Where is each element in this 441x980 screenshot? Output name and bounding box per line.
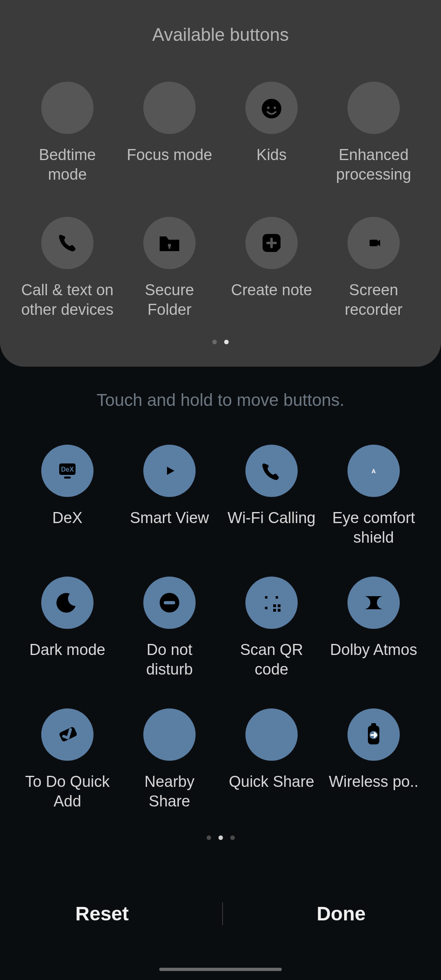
- tile-quick-share[interactable]: Quick Share: [220, 708, 323, 811]
- available-buttons-panel: Available buttons Bedtime mode Focus mod…: [0, 0, 441, 367]
- tile-label: DeX: [52, 508, 82, 528]
- panel-title: Available buttons: [12, 24, 429, 45]
- pager-dot-active[interactable]: [218, 835, 223, 840]
- tile-create-note[interactable]: Create note: [220, 217, 323, 319]
- target-icon: [143, 82, 196, 134]
- tile-call-text-other-devices[interactable]: Call & text on other devices: [16, 217, 118, 319]
- move-hint: Touch and hold to move buttons.: [0, 390, 441, 410]
- gesture-bar[interactable]: [159, 968, 282, 971]
- phone-sync-icon: [41, 217, 94, 269]
- footer-actions: Reset Done: [0, 894, 441, 933]
- tile-screen-recorder[interactable]: Screen recorder: [323, 217, 425, 319]
- active-buttons-panel: DeX Smart View Wi-Fi Calling Eye comfort…: [0, 445, 441, 840]
- active-pager: [12, 835, 429, 840]
- tile-label: Bedtime mode: [20, 145, 114, 184]
- tile-scan-qr-code[interactable]: Scan QR code: [220, 577, 323, 679]
- active-grid: DeX Smart View Wi-Fi Calling Eye comfort…: [12, 445, 429, 811]
- tile-label: Dolby Atmos: [330, 640, 417, 660]
- done-button[interactable]: Done: [292, 894, 390, 933]
- tile-do-not-disturb[interactable]: Do not disturb: [118, 577, 220, 679]
- tile-focus-mode[interactable]: Focus mode: [118, 82, 220, 184]
- tile-label: Do not disturb: [122, 640, 216, 679]
- dnd-icon: [143, 577, 196, 629]
- tile-todo-quick-add[interactable]: To Do Quick Add: [16, 708, 118, 811]
- tile-label: Screen recorder: [327, 281, 421, 319]
- tile-eye-comfort-shield[interactable]: Eye comfort shield: [323, 445, 425, 547]
- tile-label: Dark mode: [29, 640, 105, 660]
- pager-dot[interactable]: [230, 835, 235, 840]
- dex-icon: [41, 445, 94, 497]
- smart-view-icon: [143, 445, 196, 497]
- qr-icon: [245, 577, 298, 629]
- tile-label: Quick Share: [229, 772, 314, 792]
- tile-dark-mode[interactable]: Dark mode: [16, 577, 118, 679]
- dolby-icon: [347, 577, 400, 629]
- footer-divider: [222, 902, 223, 925]
- tile-label: Eye comfort shield: [327, 508, 421, 547]
- bed-icon: [41, 82, 94, 134]
- tile-label: Call & text on other devices: [20, 281, 114, 319]
- tile-wifi-calling[interactable]: Wi-Fi Calling: [220, 445, 323, 547]
- tile-label: To Do Quick Add: [20, 772, 114, 811]
- quick-share-icon: [245, 708, 298, 761]
- tile-label: Nearby Share: [122, 772, 216, 811]
- tile-label: Create note: [231, 281, 312, 300]
- kid-face-icon: [245, 82, 298, 134]
- tile-kids[interactable]: Kids: [220, 82, 323, 184]
- tile-nearby-share[interactable]: Nearby Share: [118, 708, 220, 811]
- lock-folder-icon: [143, 217, 196, 269]
- tile-wireless-power-sharing[interactable]: Wireless po..: [323, 708, 425, 811]
- record-frame-icon: [347, 217, 400, 269]
- moon-icon: [41, 577, 94, 629]
- battery-share-icon: [347, 708, 400, 761]
- eye-comfort-icon: [347, 445, 400, 497]
- note-plus-icon: [245, 217, 298, 269]
- tile-dex[interactable]: DeX: [16, 445, 118, 547]
- tile-bedtime-mode[interactable]: Bedtime mode: [16, 82, 118, 184]
- tile-label: Scan QR code: [225, 640, 318, 679]
- tile-enhanced-processing[interactable]: Enhanced processing: [323, 82, 425, 184]
- nearby-icon: [143, 708, 196, 761]
- tile-label: Smart View: [130, 508, 209, 528]
- tile-label: Focus mode: [127, 145, 212, 165]
- reset-button[interactable]: Reset: [51, 894, 154, 933]
- tile-label: Secure Folder: [122, 281, 216, 319]
- wifi-call-icon: [245, 445, 298, 497]
- pager-dot[interactable]: [212, 340, 217, 344]
- tile-secure-folder[interactable]: Secure Folder: [118, 217, 220, 319]
- tile-dolby-atmos[interactable]: Dolby Atmos: [323, 577, 425, 679]
- tile-label: Wireless po..: [327, 772, 421, 792]
- tile-smart-view[interactable]: Smart View: [118, 445, 220, 547]
- check-icon: [41, 708, 94, 761]
- gauge-icon: [347, 82, 400, 134]
- pager-dot-active[interactable]: [224, 340, 229, 344]
- pager-dot[interactable]: [207, 835, 211, 840]
- tile-label: Kids: [256, 145, 287, 165]
- available-grid: Bedtime mode Focus mode Kids Enhanced pr…: [12, 82, 429, 319]
- tile-label: Enhanced processing: [327, 145, 421, 184]
- tile-label: Wi-Fi Calling: [227, 508, 315, 528]
- available-pager: [12, 340, 429, 344]
